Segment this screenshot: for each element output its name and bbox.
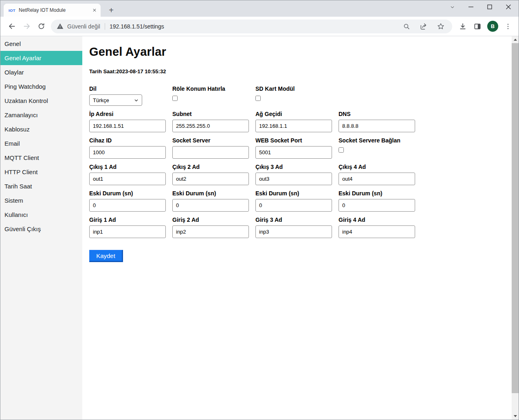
- web-socket-port-input[interactable]: [255, 146, 332, 159]
- downloads-button[interactable]: [456, 20, 469, 33]
- arrow-right-icon: [22, 22, 31, 31]
- back-button[interactable]: [5, 20, 18, 33]
- sd-kart-modul-label: SD Kart Modül: [255, 85, 339, 92]
- maximize-button[interactable]: [480, 0, 499, 13]
- side-panel-icon: [473, 22, 482, 31]
- field-giris-4-ad: Giriş 4 Ad: [339, 217, 422, 238]
- url-text[interactable]: 192.168.1.51/settings: [110, 23, 399, 30]
- dil-select[interactable]: Türkçe: [89, 94, 142, 106]
- save-button[interactable]: Kaydet: [89, 250, 123, 262]
- scroll-down-button[interactable]: [512, 413, 519, 420]
- field-eski-durum-1: Eski Durum (sn): [89, 190, 172, 212]
- share-icon: [420, 22, 428, 31]
- sidebar-nav: Genel Genel Ayarlar Olaylar Ping Watchdo…: [0, 36, 82, 420]
- cikis-4-ad-input[interactable]: [339, 173, 415, 185]
- form-row: Çıkış 1 Ad Çıkış 2 Ad Çıkış 3 Ad Çıkış 4…: [89, 164, 512, 185]
- browser-menu-button[interactable]: [501, 20, 515, 33]
- sidebar-item-http-client[interactable]: HTTP Client: [0, 165, 82, 179]
- socket-servere-baglan-checkbox[interactable]: [339, 147, 344, 153]
- giris-3-ad-label: Giriş 3 Ad: [255, 217, 339, 223]
- star-icon: [437, 22, 445, 31]
- search-button[interactable]: [400, 20, 413, 33]
- sd-kart-modul-checkbox[interactable]: [255, 96, 261, 101]
- ip-adresi-label: İp Adresi: [89, 111, 172, 117]
- address-bar[interactable]: Güvenli değil 192.168.1.51/settings: [51, 20, 452, 33]
- new-tab-button[interactable]: +: [106, 4, 117, 16]
- eski-durum-4-input[interactable]: [339, 199, 415, 212]
- field-cikis-1-ad: Çıkış 1 Ad: [89, 164, 172, 185]
- divider: [105, 23, 105, 30]
- cikis-2-ad-input[interactable]: [172, 173, 249, 185]
- scroll-up-button[interactable]: [512, 36, 519, 43]
- sidebar-item-kablosuz[interactable]: Kablosuz: [0, 122, 82, 136]
- subnet-input[interactable]: [172, 120, 249, 132]
- web-socket-port-label: WEB Socket Port: [255, 137, 339, 144]
- form-row: Giriş 1 Ad Giriş 2 Ad Giriş 3 Ad Giriş 4…: [89, 217, 512, 238]
- ag-gecidi-label: Ağ Geçidi: [255, 111, 339, 117]
- giris-1-ad-input[interactable]: [89, 225, 166, 238]
- reload-button[interactable]: [35, 20, 48, 33]
- field-eski-durum-2: Eski Durum (sn): [172, 190, 255, 212]
- sidebar-item-genel-ayarlar[interactable]: Genel Ayarlar: [0, 51, 82, 65]
- window-controls: [443, 0, 518, 13]
- profile-avatar[interactable]: B: [487, 21, 498, 32]
- close-window-button[interactable]: [499, 0, 518, 13]
- security-status-label[interactable]: Güvenli değil: [67, 23, 100, 30]
- vertical-scrollbar[interactable]: [512, 36, 519, 420]
- cihaz-id-input[interactable]: [89, 146, 166, 159]
- download-icon: [459, 22, 467, 31]
- not-secure-warning-icon: [57, 23, 64, 30]
- browser-toolbar: Güvenli değil 192.168.1.51/settings B: [0, 17, 519, 36]
- dns-input[interactable]: [339, 120, 415, 132]
- sidebar-item-ping-watchdog[interactable]: Ping Watchdog: [0, 79, 82, 94]
- field-subnet: Subnet: [172, 111, 255, 132]
- cikis-1-ad-input[interactable]: [89, 173, 166, 185]
- eski-durum-3-input[interactable]: [255, 199, 332, 212]
- tab-close-button[interactable]: [91, 7, 98, 14]
- giris-2-ad-input[interactable]: [172, 225, 249, 238]
- sidebar-item-sistem[interactable]: Sistem: [0, 193, 82, 208]
- sidebar-item-uzaktan-kontrol[interactable]: Uzaktan Kontrol: [0, 94, 82, 108]
- eski-durum-1-input[interactable]: [89, 199, 166, 212]
- field-dns: DNS: [339, 111, 422, 132]
- field-dil: Dil Türkçe: [89, 85, 172, 106]
- ag-gecidi-input[interactable]: [255, 120, 332, 132]
- browser-tab[interactable]: IOT NetRelay IOT Module: [4, 4, 101, 17]
- field-web-socket-port: WEB Socket Port: [255, 137, 339, 159]
- tab-search-button[interactable]: [443, 0, 462, 13]
- giris-4-ad-input[interactable]: [339, 225, 415, 238]
- socket-server-label: Socket Server: [172, 137, 255, 144]
- kebab-menu-icon: [504, 23, 512, 30]
- sidebar-item-email[interactable]: Email: [0, 136, 82, 151]
- socket-servere-baglan-label: Socket Servere Bağlan: [339, 137, 422, 144]
- ip-adresi-input[interactable]: [89, 120, 166, 132]
- socket-server-input[interactable]: [172, 146, 249, 159]
- scrollbar-thumb[interactable]: [512, 43, 519, 393]
- field-cikis-3-ad: Çıkış 3 Ad: [255, 164, 339, 185]
- field-cikis-2-ad: Çıkış 2 Ad: [172, 164, 255, 185]
- omnibox-actions: [399, 20, 448, 33]
- bookmark-button[interactable]: [434, 20, 447, 33]
- sidebar-item-guvenli-cikis[interactable]: Güvenli Çıkış: [0, 222, 82, 236]
- sidebar-item-mqtt-client[interactable]: MQTT Client: [0, 151, 82, 165]
- sidebar-item-kullanici[interactable]: Kullanıcı: [0, 208, 82, 222]
- field-socket-servere-baglan: Socket Servere Bağlan: [339, 137, 422, 159]
- triangle-down-icon: [514, 415, 517, 417]
- share-button[interactable]: [417, 20, 430, 33]
- forward-button[interactable]: [20, 20, 33, 33]
- giris-3-ad-input[interactable]: [255, 225, 332, 238]
- role-konum-hatirla-checkbox[interactable]: [172, 96, 178, 101]
- eski-durum-2-input[interactable]: [172, 199, 249, 212]
- sidebar-item-tarih-saat[interactable]: Tarih Saat: [0, 179, 82, 193]
- minimize-button[interactable]: [462, 0, 480, 13]
- sidebar-item-olaylar[interactable]: Olaylar: [0, 65, 82, 79]
- eski-durum-4-label: Eski Durum (sn): [339, 190, 422, 197]
- triangle-up-icon: [514, 39, 517, 41]
- cikis-3-ad-input[interactable]: [255, 173, 332, 185]
- form-row: Cihaz ID Socket Server WEB Socket Port S…: [89, 137, 512, 159]
- subnet-label: Subnet: [172, 111, 255, 117]
- eski-durum-1-label: Eski Durum (sn): [89, 190, 172, 197]
- sidebar-item-zamanlayici[interactable]: Zamanlayıcı: [0, 108, 82, 122]
- sidebar-item-genel[interactable]: Genel: [0, 37, 82, 51]
- side-panel-button[interactable]: [471, 20, 484, 33]
